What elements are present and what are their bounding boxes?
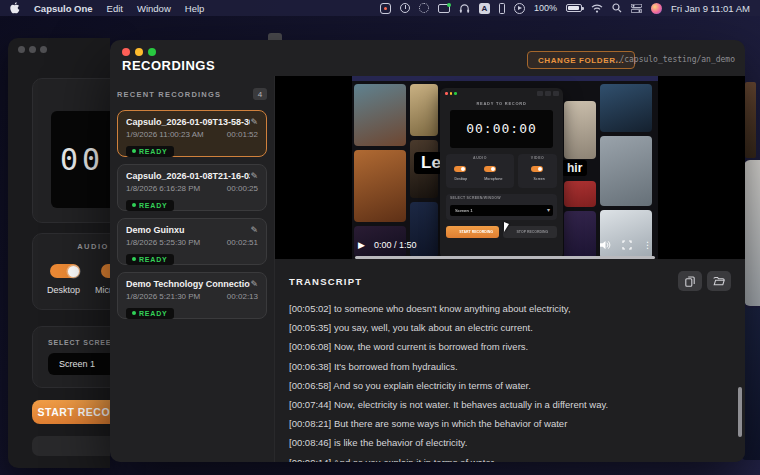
edit-pencil-icon[interactable]: ✎ [250, 172, 258, 181]
start-recording-button[interactable]: START RECORDING [32, 400, 110, 424]
menu-item-help[interactable]: Help [185, 3, 205, 14]
mini-screen-label: Screen [534, 177, 545, 181]
transcript-line: [00:06:08] Now, the word current is borr… [289, 337, 731, 356]
status-text: READY [139, 310, 168, 317]
microphone-audio-toggle[interactable] [101, 264, 110, 278]
transcript-scrollbar[interactable] [738, 387, 742, 437]
recordings-count-badge: 4 [253, 88, 267, 100]
mini-zoom-dot [454, 92, 457, 95]
desktop: Capsulo One Edit Window Help A 100% [0, 0, 760, 475]
zoom-button[interactable] [148, 48, 156, 56]
recording-duration: 00:01:52 [227, 130, 258, 139]
transcript-line: [00:05:02] to someone who doesn't know a… [289, 299, 731, 318]
recording-list-item[interactable]: Demo Technology Connections ✎ 1/8/2026 5… [117, 272, 267, 319]
open-folder-button[interactable] [707, 271, 731, 291]
search-icon[interactable] [612, 3, 622, 13]
apple-logo-icon[interactable] [10, 2, 20, 14]
menu-item-window[interactable]: Window [137, 3, 171, 14]
edit-pencil-icon[interactable]: ✎ [250, 226, 258, 235]
transcript-lines: [00:05:02] to someone who doesn't know a… [289, 299, 731, 462]
recording-title: Demo Technology Connections [126, 279, 250, 289]
power-icon [553, 91, 559, 96]
shutter-icon[interactable] [419, 3, 429, 13]
recording-list-item[interactable]: Capsulo_2026-01-08T21-16-03-0 ✎ 1/8/2026… [117, 164, 267, 211]
status-dot-icon [132, 257, 136, 261]
mini-video-section: VIDEO Screen [518, 154, 557, 188]
mini-audio-label: AUDIO [463, 156, 497, 160]
more-options-icon[interactable]: ⋮ [643, 240, 652, 250]
status-text: READY [139, 256, 168, 263]
mini-toolbar-icons [537, 91, 559, 96]
window-header: RECORDINGS CHANGE FOLDER... .../capsulo_… [110, 40, 745, 76]
recording-duration: 00:00:25 [227, 184, 258, 193]
status-badge: READY [126, 254, 174, 265]
background-photo-fragment [744, 160, 760, 306]
mini-close-dot [445, 92, 448, 95]
recording-list-item[interactable]: Demo Guinxu ✎ 1/8/2026 5:25:30 PM 00:02:… [117, 218, 267, 265]
video-frame[interactable]: Le hir READY TO RECORD 00:00:00 [352, 76, 658, 259]
select-screen-card: SELECT SCREEN/WINDOW Screen 1 [32, 326, 110, 388]
desktop-toggle-label: Desktop [47, 285, 80, 295]
timer-display: 00:00:00 [51, 111, 110, 208]
mini-audio-section: AUDIO Desktop Microphone [446, 154, 514, 188]
mini-select-label: SELECT SCREEN/WINDOW [450, 196, 501, 200]
recording-list-item[interactable]: Capsulo_2026-01-09T13-58-30-5 ✎ 1/9/2026… [117, 110, 267, 157]
window-dot[interactable] [40, 46, 47, 53]
minimize-button[interactable] [135, 48, 143, 56]
volume-icon[interactable] [600, 236, 611, 254]
stop-recording-button[interactable] [32, 436, 110, 456]
menu-item-edit[interactable]: Edit [107, 3, 123, 14]
play-circle-icon[interactable] [514, 3, 525, 14]
video-photo-tile [410, 84, 438, 136]
avatar-icon[interactable] [651, 3, 662, 14]
status-badge: READY [126, 308, 174, 319]
recordings-list: Capsulo_2026-01-09T13-58-30-5 ✎ 1/9/2026… [117, 110, 267, 319]
screen-select-dropdown[interactable]: Screen 1 [48, 353, 110, 375]
close-button[interactable] [122, 48, 130, 56]
video-photo-tile [564, 181, 596, 207]
mini-screen-toggle [531, 166, 543, 172]
window-dot[interactable] [29, 46, 36, 53]
edit-pencil-icon[interactable]: ✎ [250, 280, 258, 289]
fullscreen-icon[interactable] [622, 236, 632, 254]
background-photo-fragment [745, 82, 756, 158]
seek-bar[interactable] [355, 256, 655, 259]
video-photo-tile [354, 84, 406, 146]
recording-date: 1/8/2026 6:16:28 PM [126, 184, 200, 193]
mini-desktop-label: Desktop [454, 177, 467, 181]
edit-pencil-icon[interactable]: ✎ [250, 118, 258, 127]
status-badge: READY [126, 146, 174, 157]
recording-title: Capsulo_2026-01-09T13-58-30-5 [126, 117, 250, 127]
screen-record-icon[interactable] [380, 3, 391, 14]
time-display: 0:00 / 1:50 [374, 240, 417, 250]
menu-app-name[interactable]: Capsulo One [34, 3, 93, 14]
transcript-panel: TRANSCRIPT [00:05:02] to someone who doe… [275, 259, 745, 462]
input-source-a-icon[interactable]: A [479, 3, 490, 14]
status-text: READY [139, 202, 168, 209]
desktop-audio-toggle[interactable] [50, 264, 80, 278]
recording-title: Demo Guinxu [126, 225, 185, 235]
window-dot[interactable] [18, 46, 25, 53]
recording-duration: 00:02:13 [227, 292, 258, 301]
control-center-icon[interactable] [631, 4, 642, 13]
status-badge: READY [126, 200, 174, 211]
video-player[interactable]: Le hir READY TO RECORD 00:00:00 [275, 76, 745, 259]
gauge-icon[interactable] [400, 3, 410, 13]
display-mirror-icon[interactable] [438, 4, 450, 13]
recordings-sidebar: RECENT RECORDINGS 4 Capsulo_2026-01-09T1… [110, 76, 275, 462]
menu-clock[interactable]: Fri Jan 9 11:01 AM [671, 3, 750, 14]
recorder-app-window[interactable]: 00:00:00 AUDIO Desktop Microphone SELECT… [8, 38, 110, 468]
folder-path: .../capsulo_testing/an_demo [605, 55, 735, 64]
video-recorder-window: READY TO RECORD 00:00:00 AUDIO Desktop M… [440, 88, 563, 259]
headphones-icon[interactable] [459, 3, 470, 14]
gear-icon [545, 91, 551, 96]
recording-duration: 00:02:51 [227, 238, 258, 247]
device-icon[interactable] [499, 3, 505, 14]
copy-transcript-button[interactable] [678, 271, 702, 291]
mini-timer-display: 00:00:00 [450, 110, 553, 148]
mini-video-label: VIDEO [528, 156, 548, 160]
mini-minimize-dot [450, 92, 453, 95]
wifi-icon[interactable] [591, 4, 603, 13]
play-button[interactable]: ▶ [358, 240, 365, 250]
sidebar-header: RECENT RECORDINGS [117, 90, 221, 99]
